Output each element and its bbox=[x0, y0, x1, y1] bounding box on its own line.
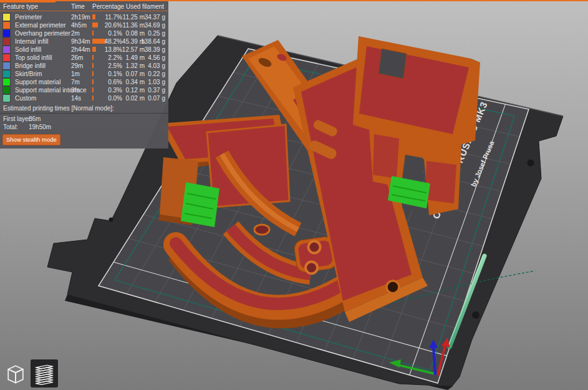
legend-row: Overhang perimeter 2m 0.1% 0.08 m 0.25 g bbox=[0, 29, 168, 37]
feature-weight: 34.69 g bbox=[135, 22, 165, 29]
feature-weight: 34.37 g bbox=[135, 14, 165, 21]
feature-weight: 4.56 g bbox=[135, 54, 165, 61]
feature-time: 2m bbox=[71, 30, 80, 37]
feature-weight: 0.37 g bbox=[135, 87, 165, 94]
estimated-times-title: Estimated printing times [Normal mode]: bbox=[3, 105, 168, 112]
feature-label: Skirt/Brim bbox=[15, 71, 42, 77]
plate-hole bbox=[472, 311, 480, 319]
cube-icon bbox=[3, 361, 28, 386]
feature-color-swatch bbox=[3, 79, 10, 85]
feature-time: 14s bbox=[71, 95, 81, 102]
feature-time: 26m bbox=[71, 54, 83, 61]
col-feature-type: Feature type bbox=[3, 3, 38, 10]
layers-icon bbox=[32, 361, 57, 386]
legend-row: Internal infill 9h34m 48.2% 45.39 m 138.… bbox=[0, 37, 168, 46]
legend-row: Solid infill 2h44m 13.8% 12.57 m 38.39 g bbox=[0, 46, 168, 54]
feature-label: Bridge infill bbox=[15, 62, 46, 69]
feature-label: Perimeter bbox=[15, 14, 42, 21]
editor-view-button[interactable] bbox=[2, 359, 29, 388]
feature-color-swatch bbox=[3, 46, 10, 53]
col-time: Time bbox=[71, 3, 85, 10]
percentage-bar bbox=[92, 87, 94, 92]
first-layer-row: First layer: 36m bbox=[0, 115, 168, 124]
feature-color-swatch bbox=[3, 14, 10, 21]
percentage-bar bbox=[92, 63, 94, 68]
feature-color-swatch bbox=[3, 38, 10, 45]
legend-row: Custom 14s 0.0% 0.02 m 0.07 g bbox=[0, 94, 168, 102]
legend-panel: Feature type Time Percentage Used filame… bbox=[0, 1, 168, 149]
percentage-bar bbox=[92, 79, 94, 84]
col-percentage: Percentage bbox=[92, 3, 124, 10]
first-layer-value: 36m bbox=[29, 115, 41, 122]
percentage-bar bbox=[92, 71, 94, 76]
plate-hole bbox=[109, 218, 113, 222]
feature-time: 3m bbox=[71, 87, 80, 94]
feature-label: External perimeter bbox=[15, 22, 66, 29]
percentage-bar bbox=[92, 95, 94, 100]
feature-color-swatch bbox=[3, 71, 10, 77]
feature-label: Custom bbox=[15, 95, 36, 102]
show-stealth-mode-button[interactable]: Show stealth mode bbox=[2, 134, 60, 145]
app-window: ORIGINAL PRUSA i3 MK3 by Josef Prusa bbox=[0, 0, 588, 390]
percentage-bar bbox=[92, 55, 94, 60]
feature-color-swatch bbox=[3, 87, 10, 94]
view-mode-toolbar bbox=[2, 359, 58, 388]
feature-color-swatch bbox=[3, 54, 10, 61]
legend-row: External perimeter 4h5m 20.6% 11.36 m 34… bbox=[0, 21, 168, 29]
feature-label: Overhang perimeter bbox=[15, 30, 70, 37]
feature-time: 4h5m bbox=[71, 22, 87, 29]
feature-time: 2h19m bbox=[71, 14, 90, 21]
feature-time: 29m bbox=[71, 62, 83, 69]
feature-label: Support material bbox=[15, 79, 60, 85]
feature-weight: 38.39 g bbox=[135, 46, 165, 53]
legend-row: Bridge infill 29m 2.5% 1.32 m 4.03 g bbox=[0, 62, 168, 70]
support-material bbox=[181, 182, 219, 227]
top-accent-bar-segment bbox=[0, 0, 55, 2]
percentage-bar bbox=[92, 31, 94, 36]
feature-time: 2h44m bbox=[71, 46, 90, 53]
feature-weight: 4.03 g bbox=[135, 62, 165, 69]
feature-time: 7m bbox=[71, 79, 80, 85]
total-label: Total: bbox=[3, 124, 18, 130]
legend-rows: Perimeter 2h19m 11.7% 11.25 m 34.37 g Ex… bbox=[0, 13, 168, 102]
preview-view-button[interactable] bbox=[31, 359, 58, 388]
feature-color-swatch bbox=[3, 62, 10, 69]
first-layer-label: First layer: bbox=[3, 115, 32, 122]
total-value: 19h50m bbox=[29, 124, 51, 130]
feature-label: Top solid infill bbox=[15, 54, 52, 61]
plate-hole bbox=[528, 160, 534, 167]
legend-row: Skirt/Brim 1m 0.1% 0.07 m 0.22 g bbox=[0, 70, 168, 78]
legend-row: Support material 7m 0.6% 0.34 m 1.03 g bbox=[0, 78, 168, 86]
feature-weight: 0.07 g bbox=[135, 95, 165, 102]
feature-label: Solid infill bbox=[15, 46, 41, 53]
feature-time: 1m bbox=[71, 71, 80, 77]
feature-weight: 0.22 g bbox=[135, 71, 165, 77]
total-time-row: Total: 19h50m bbox=[0, 124, 168, 132]
divider bbox=[0, 113, 168, 114]
legend-row: Support material interface 3m 0.3% 0.12 … bbox=[0, 86, 168, 94]
feature-weight: 0.25 g bbox=[135, 30, 165, 37]
feature-weight: 138.64 g bbox=[135, 38, 165, 45]
legend-row: Top solid infill 26m 2.2% 1.49 m 4.56 g bbox=[0, 54, 168, 62]
top-accent-bar bbox=[0, 0, 588, 1]
feature-time: 9h34m bbox=[71, 38, 90, 45]
legend-row: Perimeter 2h19m 11.7% 11.25 m 34.37 g bbox=[0, 13, 168, 21]
feature-label: Internal infill bbox=[15, 38, 48, 45]
feature-weight: 1.03 g bbox=[135, 79, 165, 85]
col-used-filament: Used filament bbox=[126, 3, 164, 10]
feature-color-swatch bbox=[3, 22, 10, 29]
feature-color-swatch bbox=[3, 30, 10, 37]
feature-color-swatch bbox=[3, 95, 10, 102]
legend-header: Feature type Time Percentage Used filame… bbox=[0, 1, 168, 11]
